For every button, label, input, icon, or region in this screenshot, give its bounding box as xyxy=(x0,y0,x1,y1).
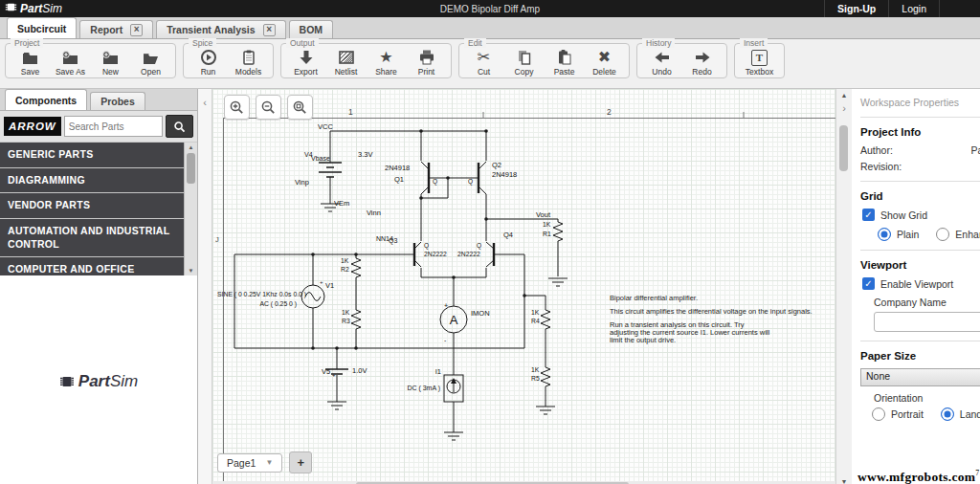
login-button[interactable]: Login xyxy=(888,0,940,17)
zoom-out-button[interactable] xyxy=(256,95,281,120)
partsim-logo: PartSim xyxy=(0,0,62,17)
r5-value[interactable]: 1K xyxy=(531,366,540,373)
enable-viewport-checkbox[interactable]: ✓ xyxy=(862,277,875,290)
redo-button[interactable]: Redo xyxy=(682,48,722,77)
enhanced-radio[interactable] xyxy=(936,228,949,241)
v1-ac-params[interactable]: AC ( 0.25 0 ) xyxy=(259,300,297,308)
print-button[interactable]: Print xyxy=(407,48,446,77)
r3-ref[interactable]: R3 xyxy=(342,318,350,324)
signup-button[interactable]: Sign-Up xyxy=(824,0,888,17)
paper-size-dropdown[interactable]: None xyxy=(860,368,980,386)
zoom-fit-button[interactable] xyxy=(287,95,313,120)
category-computer-office[interactable]: COMPUTER AND OFFICE PRODUCTS xyxy=(0,257,197,275)
annotation-note[interactable]: Bipolar differential amplifier. This cir… xyxy=(610,294,813,344)
page-selector[interactable]: Page1 ▼ xyxy=(217,453,282,473)
scrollbar-thumb[interactable] xyxy=(187,153,195,184)
tab-probes[interactable]: Probes xyxy=(90,92,145,110)
close-icon[interactable]: × xyxy=(263,24,276,36)
imon-label[interactable]: IMON xyxy=(471,309,490,318)
tab-bom[interactable]: BOM xyxy=(289,20,334,38)
v5-value[interactable]: 1.0V xyxy=(352,366,367,375)
r3-value[interactable]: 1K xyxy=(342,309,350,316)
undo-arrow-icon xyxy=(654,48,671,67)
scroll-down-icon[interactable]: ▼ xyxy=(836,478,852,484)
paste-button[interactable]: Paste xyxy=(545,48,584,77)
models-button[interactable]: Models xyxy=(229,48,268,77)
textbox-button[interactable]: T Textbox xyxy=(740,48,779,77)
undo-button[interactable]: Undo xyxy=(642,48,681,77)
r4-ref[interactable]: R4 xyxy=(531,318,540,324)
v4-value[interactable]: 3.3V xyxy=(358,150,372,159)
search-input[interactable] xyxy=(64,116,163,137)
net-label-vinp[interactable]: Vinp xyxy=(295,178,309,187)
add-page-button[interactable]: + xyxy=(289,451,312,473)
i1-ref[interactable]: I1 xyxy=(435,367,441,376)
q3-model[interactable]: 2N2222 xyxy=(424,251,447,257)
q1-ref[interactable]: Q1 xyxy=(394,175,404,184)
net-label-vinn[interactable]: Vinn xyxy=(367,209,381,217)
netlist-button[interactable]: Netlist xyxy=(326,48,366,77)
category-automation-industrial[interactable]: AUTOMATION AND INDUSTRIAL CONTROL xyxy=(0,219,197,256)
net-label-vout[interactable]: Vout xyxy=(536,210,551,219)
q1-model[interactable]: 2N4918 xyxy=(385,164,410,172)
copy-button[interactable]: Copy xyxy=(504,48,544,77)
new-button[interactable]: New xyxy=(91,48,130,77)
q2-ref[interactable]: Q2 xyxy=(492,161,501,169)
q2-prefix[interactable]: Q xyxy=(468,178,473,186)
r4-value[interactable]: 1K xyxy=(531,309,540,316)
category-generic-parts[interactable]: GENERIC PARTS xyxy=(0,143,197,167)
show-grid-checkbox[interactable]: ✓ xyxy=(862,209,875,221)
category-diagramming[interactable]: DIAGRAMMING xyxy=(0,168,197,193)
r5-ref[interactable]: R5 xyxy=(531,375,540,382)
run-button[interactable]: Run xyxy=(189,48,228,77)
paste-icon xyxy=(556,48,573,67)
i1-value[interactable]: DC ( 3mA ) xyxy=(407,385,440,392)
r1-value[interactable]: 1K xyxy=(543,221,551,228)
tab-transient-analysis[interactable]: Transient Analysis× xyxy=(156,20,285,38)
search-button[interactable] xyxy=(166,115,193,138)
r1-ref[interactable]: R1 xyxy=(543,231,551,237)
save-as-button[interactable]: Save As xyxy=(51,48,90,77)
schematic-canvas[interactable]: ‹ 1 2 J xyxy=(198,89,835,484)
net-label-vem[interactable]: VEm xyxy=(334,199,349,208)
share-button[interactable]: ★ Share xyxy=(367,48,406,77)
scroll-up-icon[interactable]: ▲ xyxy=(189,143,194,152)
vertical-scrollbar[interactable]: ▲ › ▼ xyxy=(835,89,852,484)
q3-prefix[interactable]: Q xyxy=(424,242,429,250)
export-button[interactable]: Export xyxy=(286,48,325,77)
open-button[interactable]: Open xyxy=(131,48,170,77)
chevron-down-icon[interactable]: ▼ xyxy=(265,458,273,467)
save-button[interactable]: Save xyxy=(11,48,50,77)
category-scrollbar[interactable]: ▲ ▼ xyxy=(184,143,197,275)
net-label-vcc[interactable]: VCC xyxy=(318,122,333,131)
q4-ref[interactable]: Q4 xyxy=(503,231,513,239)
vertical-scrollbar-thumb[interactable] xyxy=(839,125,848,171)
category-vendor-parts[interactable]: VENDOR PARTS xyxy=(0,193,197,218)
v1-ref[interactable]: V1 xyxy=(325,281,334,290)
company-name-input[interactable] xyxy=(874,312,980,332)
landscape-radio[interactable] xyxy=(941,407,954,421)
paper-size-heading: Paper Size xyxy=(860,350,980,362)
zoom-in-button[interactable] xyxy=(224,95,250,120)
plain-radio[interactable] xyxy=(878,228,891,241)
tab-components[interactable]: Components xyxy=(5,89,87,110)
delete-button[interactable]: ✖ Delete xyxy=(585,48,624,77)
cut-button[interactable]: ✂ Cut xyxy=(464,48,503,77)
q4-model[interactable]: 2N2222 xyxy=(457,251,480,257)
net-label-vbase[interactable]: Vbase xyxy=(311,155,330,162)
r2-ref[interactable]: R2 xyxy=(341,266,349,273)
r2-value[interactable]: 1K xyxy=(341,257,349,264)
tab-report[interactable]: Report× xyxy=(79,20,153,38)
q4-prefix[interactable]: Q xyxy=(477,242,481,250)
scroll-up-icon[interactable]: ▲ xyxy=(836,92,852,99)
q3-ref[interactable]: Q3 xyxy=(389,237,397,245)
q1-prefix[interactable]: Q xyxy=(433,178,437,186)
portrait-radio[interactable] xyxy=(872,407,885,421)
v5-ref[interactable]: V5 xyxy=(322,367,330,376)
v1-sine-params[interactable]: SINE ( 0 0.25V 1Khz 0.0s 0.0 ) xyxy=(217,291,306,298)
scroll-down-icon[interactable]: ▼ xyxy=(189,266,194,275)
tab-subcircuit[interactable]: Subcircuit xyxy=(7,17,77,38)
close-icon[interactable]: × xyxy=(130,24,143,36)
q2-model[interactable]: 2N4918 xyxy=(492,170,517,179)
collapse-panel-icon[interactable]: › xyxy=(836,102,852,114)
